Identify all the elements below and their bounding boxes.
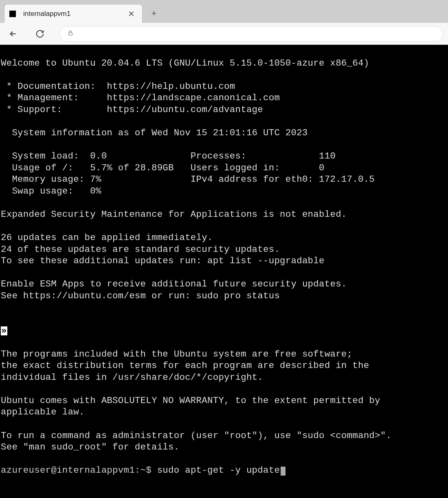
terminal-line: The programs included with the Ubuntu sy… bbox=[1, 349, 352, 359]
terminal-line: To run a command as administrator (user … bbox=[1, 430, 391, 441]
back-button[interactable] bbox=[5, 26, 21, 42]
terminal-line: 24 of these updates are standard securit… bbox=[1, 244, 280, 255]
terminal-output[interactable]: Welcome to Ubuntu 20.04.6 LTS (GNU/Linux… bbox=[0, 45, 448, 498]
terminal-line: Enable ESM Apps to receive additional fu… bbox=[1, 279, 347, 289]
new-tab-button[interactable]: + bbox=[146, 5, 162, 22]
terminal-line: Usage of /: 5.7% of 28.89GB Users logged… bbox=[1, 163, 325, 173]
terminal-line: the exact distribution terms for each pr… bbox=[1, 360, 369, 371]
refresh-button[interactable] bbox=[32, 26, 48, 42]
arrow-left-icon bbox=[9, 29, 18, 38]
command-input[interactable]: sudo apt-get -y update bbox=[157, 465, 280, 476]
browser-toolbar bbox=[0, 23, 448, 45]
refresh-icon bbox=[35, 29, 44, 38]
terminal-favicon-icon bbox=[9, 11, 18, 17]
terminal-line: Welcome to Ubuntu 20.04.6 LTS (GNU/Linux… bbox=[1, 58, 369, 68]
terminal-line: 26 updates can be applied immediately. bbox=[1, 232, 213, 243]
terminal-line: Expanded Security Maintenance for Applic… bbox=[1, 209, 347, 220]
terminal-line: See "man sudo_root" for details. bbox=[1, 442, 179, 452]
terminal-line: Memory usage: 7% IPv4 address for eth0: … bbox=[1, 174, 375, 185]
tab-strip: internalappvm1 ✕ + bbox=[0, 0, 448, 23]
terminal-line: individual files in /usr/share/doc/*/cop… bbox=[1, 372, 263, 383]
svg-rect-0 bbox=[68, 33, 72, 35]
terminal-line: System information as of Wed Nov 15 21:0… bbox=[1, 128, 308, 138]
close-tab-button[interactable]: ✕ bbox=[125, 7, 137, 20]
terminal-line: To see these additional updates run: apt… bbox=[1, 256, 325, 266]
terminal-line: See https://ubuntu.com/esm or run: sudo … bbox=[1, 291, 280, 301]
terminal-line: Swap usage: 0% bbox=[1, 186, 101, 196]
terminal-line: System load: 0.0 Processes: 110 bbox=[1, 151, 336, 161]
lock-icon bbox=[67, 30, 74, 38]
chevron-icon: » bbox=[1, 326, 7, 336]
terminal-line: * Management: https://landscape.canonica… bbox=[1, 93, 280, 103]
terminal-line: * Documentation: https://help.ubuntu.com bbox=[1, 81, 235, 92]
cursor-icon bbox=[281, 467, 285, 476]
tab-title: internalappvm1 bbox=[23, 10, 125, 18]
browser-tab[interactable]: internalappvm1 ✕ bbox=[4, 4, 143, 23]
terminal-line: applicable law. bbox=[1, 407, 85, 417]
terminal-line: * Support: https://ubuntu.com/advantage bbox=[1, 104, 263, 115]
shell-prompt: azureuser@internalappvm1:~$ bbox=[1, 465, 157, 476]
terminal-line: Ubuntu comes with ABSOLUTELY NO WARRANTY… bbox=[1, 395, 380, 406]
address-bar[interactable] bbox=[59, 26, 443, 42]
